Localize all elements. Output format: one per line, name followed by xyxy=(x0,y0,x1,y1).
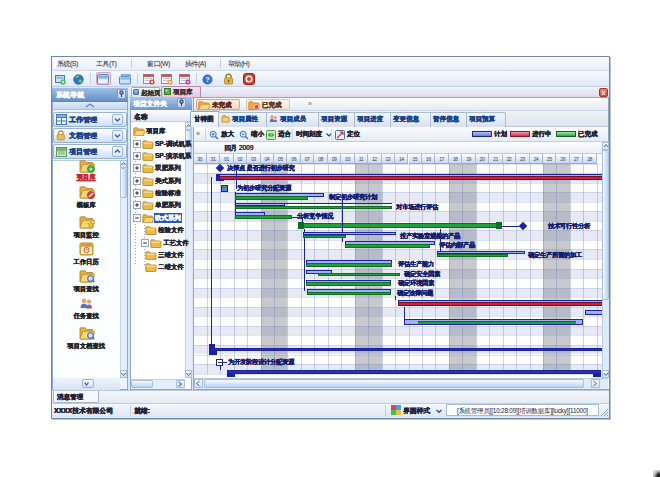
svg-text:?: ? xyxy=(205,75,210,84)
